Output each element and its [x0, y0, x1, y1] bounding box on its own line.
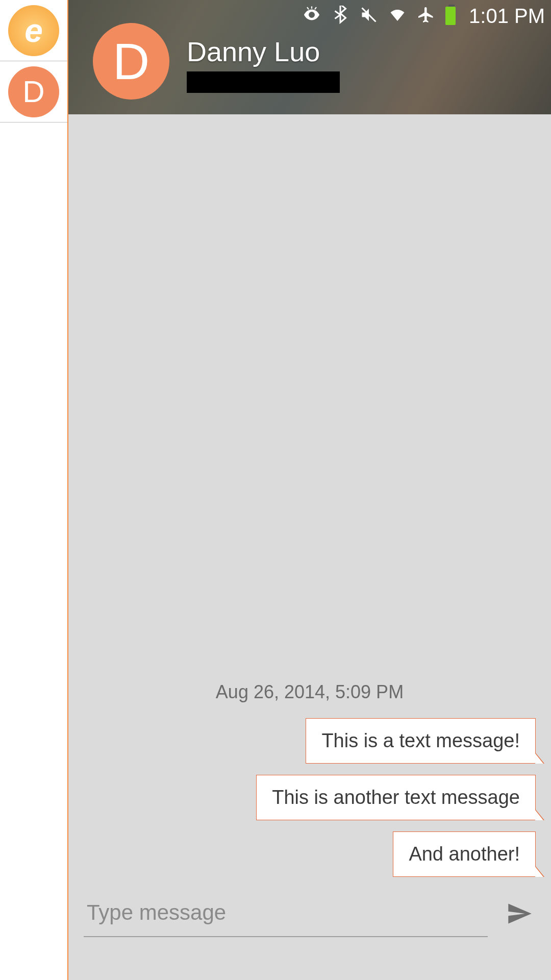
- contact-name: Danny Luo: [187, 36, 340, 67]
- message-input[interactable]: [84, 893, 488, 937]
- message-text: This is another text message: [272, 787, 520, 808]
- status-time: 1:01 PM: [469, 5, 545, 28]
- outgoing-message-bubble: This is another text message: [256, 775, 536, 820]
- sidebar-rail: e D: [0, 0, 68, 980]
- mute-icon: [360, 6, 378, 26]
- outgoing-message-bubble: And another!: [393, 831, 536, 877]
- airplane-icon: [417, 6, 435, 26]
- app-logo-button[interactable]: e: [0, 0, 67, 61]
- main-panel: 1:01 PM D Danny Luo Aug 26, 2014, 5:09 P…: [68, 0, 551, 980]
- contact-subtitle-redacted: [187, 71, 340, 93]
- header-avatar-initial: D: [113, 32, 149, 91]
- message-row[interactable]: This is a text message!: [84, 718, 536, 764]
- date-separator: Aug 26, 2014, 5:09 PM: [84, 681, 536, 703]
- sidebar-contact-avatar: D: [8, 66, 59, 117]
- status-bar: 1:01 PM: [303, 3, 545, 29]
- header-contact-avatar[interactable]: D: [93, 23, 169, 100]
- app-logo-glyph: e: [24, 12, 43, 50]
- composer: [68, 888, 551, 980]
- message-text: This is a text message!: [321, 730, 520, 751]
- send-icon: [506, 900, 533, 927]
- message-text: And another!: [409, 843, 520, 865]
- header-texts: Danny Luo: [187, 36, 340, 93]
- wifi-icon: [388, 6, 407, 26]
- eye-icon: [303, 6, 321, 26]
- conversation-header: 1:01 PM D Danny Luo: [68, 0, 551, 114]
- bluetooth-icon: [331, 6, 349, 26]
- message-row[interactable]: And another!: [84, 831, 536, 877]
- sidebar-contact[interactable]: D: [0, 61, 67, 122]
- message-row[interactable]: This is another text message: [84, 775, 536, 820]
- app-logo-icon: e: [8, 5, 59, 56]
- outgoing-message-bubble: This is a text message!: [306, 718, 536, 764]
- message-list[interactable]: Aug 26, 2014, 5:09 PM This is a text mes…: [68, 114, 551, 888]
- send-button[interactable]: [503, 897, 536, 930]
- sidebar-contact-initial: D: [22, 74, 44, 109]
- battery-icon: [445, 7, 456, 25]
